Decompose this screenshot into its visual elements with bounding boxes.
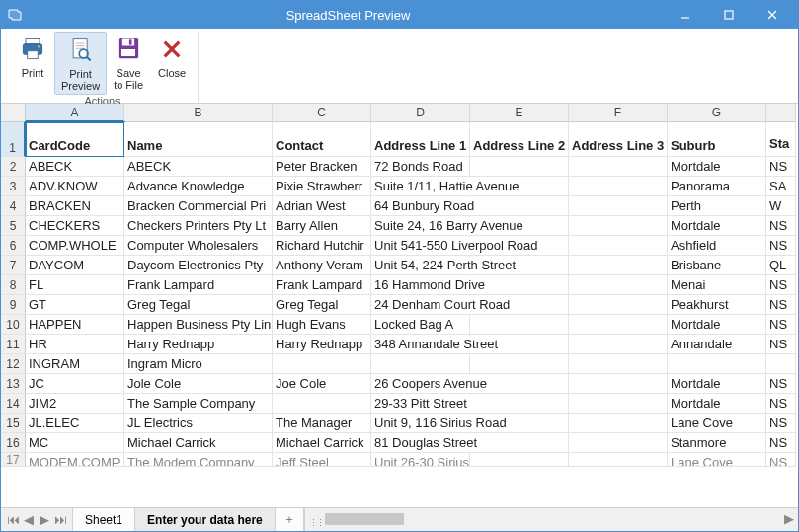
row-header-6[interactable]: 6 xyxy=(1,236,26,256)
col-header-F[interactable]: F xyxy=(569,104,668,122)
col-header-G[interactable]: G xyxy=(668,104,766,122)
cell-B9[interactable]: Greg Tegal xyxy=(124,295,273,315)
cell-A16[interactable]: MC xyxy=(26,433,124,453)
cell-B8[interactable]: Frank Lampard xyxy=(124,275,273,295)
col-header-B[interactable]: B xyxy=(124,104,273,122)
row-header-8[interactable]: 8 xyxy=(1,275,26,295)
header-cell-E[interactable]: Address Line 2 xyxy=(470,122,569,157)
row-header-12[interactable]: 12 xyxy=(1,354,26,374)
cell-B3[interactable]: Advance Knowledge xyxy=(124,177,273,196)
cell-E10[interactable] xyxy=(470,315,569,335)
cell-C5[interactable]: Barry Allen xyxy=(273,216,371,236)
hscroll-right-icon[interactable]: ▶ xyxy=(784,511,794,526)
cell-G10[interactable]: Mortdale xyxy=(668,315,766,335)
cell-F14[interactable] xyxy=(569,394,668,414)
cell-A3[interactable]: ADV.KNOW xyxy=(26,177,124,196)
header-cell-G[interactable]: Suburb xyxy=(668,122,766,157)
cell-G4[interactable]: Perth xyxy=(668,196,766,216)
row-header-13[interactable]: 13 xyxy=(1,374,26,394)
cell-B14[interactable]: The Sample Company xyxy=(124,394,273,414)
tab-placeholder[interactable]: Enter your data here xyxy=(135,508,276,531)
cell-A12[interactable]: INGRAM xyxy=(26,354,124,374)
cell-H5[interactable]: NS xyxy=(766,216,796,236)
cell-G16[interactable]: Stanmore xyxy=(668,433,766,453)
cell-F15[interactable] xyxy=(569,414,668,433)
cell-A13[interactable]: JC xyxy=(26,374,124,394)
cell-D10[interactable]: Locked Bag A xyxy=(371,315,470,335)
cell-G12[interactable] xyxy=(668,354,766,374)
maximize-button[interactable] xyxy=(709,3,749,27)
cell-A5[interactable]: CHECKERS xyxy=(26,216,124,236)
print-button[interactable]: Print xyxy=(11,32,54,95)
cell-B17[interactable]: The Modem Company xyxy=(124,453,273,467)
cell-A11[interactable]: HR xyxy=(26,335,124,354)
cell-G6[interactable]: Ashfield xyxy=(668,236,766,256)
header-cell-A[interactable]: CardCode xyxy=(26,122,124,157)
row-header-9[interactable]: 9 xyxy=(1,295,26,315)
cell-H14[interactable]: NS xyxy=(766,394,796,414)
tab-splitter-grip-icon[interactable] xyxy=(309,514,317,524)
cell-H2[interactable]: NS xyxy=(766,157,796,177)
row-header-17[interactable]: 17 xyxy=(1,453,26,467)
spreadsheet-area[interactable]: ABCDEFG1CardCodeNameContactAddress Line … xyxy=(1,104,798,507)
cell-H4[interactable]: W xyxy=(766,196,796,216)
tab-add-button[interactable]: ＋ xyxy=(276,508,304,531)
cell-F7[interactable] xyxy=(569,256,668,275)
print-preview-button[interactable]: Print Preview xyxy=(54,32,107,95)
tab-last-icon[interactable]: ⏭ xyxy=(52,511,68,529)
header-cell-D[interactable]: Address Line 1 xyxy=(371,122,470,157)
cell-F8[interactable] xyxy=(569,275,668,295)
cell-F16[interactable] xyxy=(569,433,668,453)
cell-H11[interactable]: NS xyxy=(766,335,796,354)
cell-B7[interactable]: Daycom Electronics Pty xyxy=(124,256,273,275)
cell-H7[interactable]: QL xyxy=(766,256,796,275)
cell-F4[interactable] xyxy=(569,196,668,216)
cell-H17[interactable]: NS xyxy=(766,453,796,467)
close-file-button[interactable]: Close xyxy=(150,32,194,95)
cell-D16[interactable]: 81 Douglas Street xyxy=(371,433,470,453)
cell-H9[interactable]: NS xyxy=(766,295,796,315)
cell-B4[interactable]: Bracken Commercial Pri xyxy=(124,196,273,216)
header-cell-C[interactable]: Contact xyxy=(273,122,371,157)
header-cell-partial[interactable]: Sta xyxy=(766,122,796,157)
cell-A14[interactable]: JIM2 xyxy=(26,394,124,414)
cell-E17[interactable] xyxy=(470,453,569,467)
cell-C14[interactable] xyxy=(273,394,371,414)
cell-C15[interactable]: The Manager xyxy=(273,414,371,433)
row-header-5[interactable]: 5 xyxy=(1,216,26,236)
col-header-D[interactable]: D xyxy=(371,104,470,122)
cell-D4[interactable]: 64 Bunbury Road xyxy=(371,196,470,216)
cell-D14[interactable]: 29-33 Pitt Street xyxy=(371,394,470,414)
cell-G17[interactable]: Lane Cove xyxy=(668,453,766,467)
hscroll-track[interactable]: ▶ xyxy=(304,508,798,531)
cell-D8[interactable]: 16 Hammond Drive xyxy=(371,275,470,295)
cell-C11[interactable]: Harry Rednapp xyxy=(273,335,371,354)
cell-H16[interactable]: NS xyxy=(766,433,796,453)
col-header-A[interactable]: A xyxy=(26,104,124,122)
cell-D7[interactable]: Unit 54, 224 Perth Street xyxy=(371,256,470,275)
cell-A9[interactable]: GT xyxy=(26,295,124,315)
row-header-7[interactable]: 7 xyxy=(1,256,26,275)
cell-C3[interactable]: Pixie Strawberr xyxy=(273,177,371,196)
cell-F5[interactable] xyxy=(569,216,668,236)
cell-F2[interactable] xyxy=(569,157,668,177)
cell-B11[interactable]: Harry Rednapp xyxy=(124,335,273,354)
col-header-E[interactable]: E xyxy=(470,104,569,122)
row-header-11[interactable]: 11 xyxy=(1,335,26,354)
cell-E4[interactable] xyxy=(470,196,569,216)
cell-D13[interactable]: 26 Coopers Avenue xyxy=(371,374,470,394)
row-header-4[interactable]: 4 xyxy=(1,196,26,216)
cell-F13[interactable] xyxy=(569,374,668,394)
cell-D12[interactable] xyxy=(371,354,470,374)
cell-H3[interactable]: SA xyxy=(766,177,796,196)
cell-G11[interactable]: Annandale xyxy=(668,335,766,354)
cell-C7[interactable]: Anthony Veram xyxy=(273,256,371,275)
cell-H8[interactable]: NS xyxy=(766,275,796,295)
cell-F3[interactable] xyxy=(569,177,668,196)
cell-D9[interactable]: 24 Denham Court Road xyxy=(371,295,470,315)
cell-G15[interactable]: Lane Cove xyxy=(668,414,766,433)
col-header-C[interactable]: C xyxy=(273,104,371,122)
cell-A17[interactable]: MODEM.COMP xyxy=(26,453,124,467)
cell-A7[interactable]: DAYCOM xyxy=(26,256,124,275)
cell-B15[interactable]: JL Electrics xyxy=(124,414,273,433)
